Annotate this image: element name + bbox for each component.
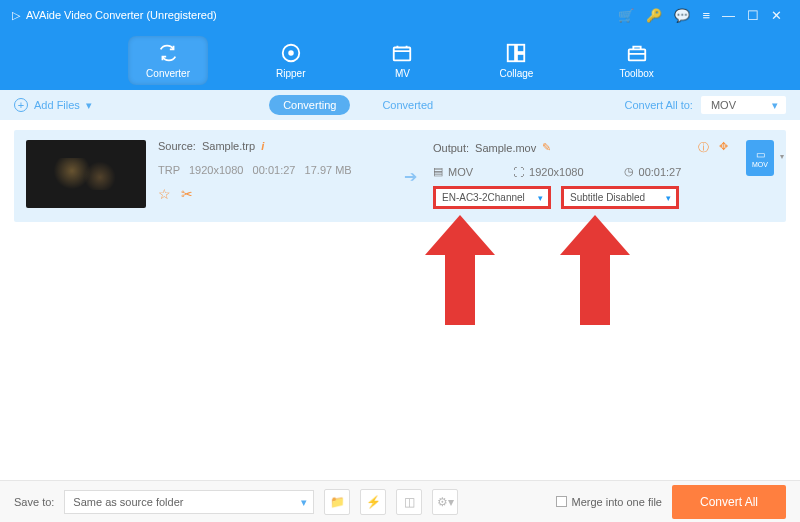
source-column: Source: Sample.trp i TRP 1920x1080 00:01… [158, 140, 388, 212]
screen-icon: ▭ [756, 149, 765, 160]
output-label: Output: [433, 142, 469, 154]
output-filename: Sample.mov [475, 142, 536, 154]
expand-icon: ⛶ [513, 166, 524, 178]
app-title: AVAide Video Converter (Unregistered) [26, 9, 217, 21]
move-icon[interactable]: ✥ [719, 140, 728, 155]
output-duration: 00:01:27 [639, 166, 682, 178]
svg-rect-4 [517, 44, 524, 51]
annotation-arrow-audio [425, 215, 495, 325]
tool-mv[interactable]: MV [373, 36, 431, 85]
source-size: 17.97 MB [305, 164, 352, 176]
tool-label: Toolbox [619, 68, 653, 79]
save-to-dropdown[interactable]: Same as source folder [64, 490, 314, 514]
footer-bar: Save to: Same as source folder 📁 ⚡ ◫ ⚙▾ … [0, 480, 800, 522]
maximize-icon[interactable]: ☐ [747, 8, 759, 23]
feedback-icon[interactable]: 💬 [674, 8, 690, 23]
film-icon: ▤ [433, 165, 443, 178]
cart-icon[interactable]: 🛒 [618, 8, 634, 23]
cut-icon[interactable]: ✂ [181, 186, 193, 202]
content-area: Source: Sample.trp i TRP 1920x1080 00:01… [0, 120, 800, 232]
video-thumbnail[interactable] [26, 140, 146, 208]
output-column: Output: Sample.mov ✎ ⓘ ✥ ▤MOV ⛶1920x1080… [433, 140, 728, 212]
source-resolution: 1920x1080 [189, 164, 243, 176]
converter-icon [157, 42, 179, 64]
save-to-label: Save to: [14, 496, 54, 508]
svg-rect-3 [508, 44, 515, 61]
app-logo-icon: ▷ [12, 9, 20, 22]
warning-icon[interactable]: ⓘ [698, 140, 709, 155]
tool-label: Converter [146, 68, 190, 79]
source-label: Source: [158, 140, 196, 152]
gpu-button[interactable]: ◫ [396, 489, 422, 515]
settings-button[interactable]: ⚙▾ [432, 489, 458, 515]
ripper-icon [280, 42, 302, 64]
merge-checkbox[interactable]: Merge into one file [556, 496, 662, 508]
svg-point-1 [289, 51, 293, 55]
convert-all-button[interactable]: Convert All [672, 485, 786, 519]
plus-icon: + [14, 98, 28, 112]
main-toolbar: Converter Ripper MV Collage Toolbox [0, 30, 800, 90]
source-format: TRP [158, 164, 180, 176]
info-icon[interactable]: i [261, 140, 264, 152]
close-icon[interactable]: ✕ [771, 8, 782, 23]
output-format-badge[interactable]: ▭ MOV [746, 140, 774, 176]
tool-collage[interactable]: Collage [481, 36, 551, 85]
badge-format: MOV [752, 161, 768, 168]
high-speed-button[interactable]: ⚡ [360, 489, 386, 515]
star-icon[interactable]: ☆ [158, 186, 171, 202]
arrow-right-icon: ➔ [404, 167, 417, 186]
tool-ripper[interactable]: Ripper [258, 36, 323, 85]
tool-converter[interactable]: Converter [128, 36, 208, 85]
toolbox-icon [626, 42, 648, 64]
convert-all-format-dropdown[interactable]: MOV [701, 96, 786, 114]
sub-toolbar: + Add Files ▾ Converting Converted Conve… [0, 90, 800, 120]
title-bar: ▷ AVAide Video Converter (Unregistered) … [0, 0, 800, 30]
svg-rect-2 [394, 47, 411, 60]
merge-label: Merge into one file [571, 496, 662, 508]
annotation-arrow-subtitle [560, 215, 630, 325]
tab-converted[interactable]: Converted [368, 95, 447, 115]
convert-all-label: Convert All to: [624, 99, 692, 111]
collage-icon [505, 42, 527, 64]
audio-track-dropdown[interactable]: EN-AC3-2Channel [433, 186, 551, 209]
add-files-button[interactable]: + Add Files ▾ [14, 98, 92, 112]
add-files-label: Add Files [34, 99, 80, 111]
tool-label: Collage [499, 68, 533, 79]
tool-label: MV [395, 68, 410, 79]
tool-toolbox[interactable]: Toolbox [601, 36, 671, 85]
svg-rect-6 [628, 49, 645, 60]
minimize-icon[interactable]: — [722, 8, 735, 23]
clock-icon: ◷ [624, 165, 634, 178]
open-folder-button[interactable]: 📁 [324, 489, 350, 515]
checkbox-icon [556, 496, 567, 507]
key-icon[interactable]: 🔑 [646, 8, 662, 23]
file-item: Source: Sample.trp i TRP 1920x1080 00:01… [14, 130, 786, 222]
source-duration: 00:01:27 [253, 164, 296, 176]
output-resolution: 1920x1080 [529, 166, 583, 178]
svg-rect-5 [517, 53, 524, 60]
mv-icon [391, 42, 413, 64]
tool-label: Ripper [276, 68, 305, 79]
output-format: MOV [448, 166, 473, 178]
subtitle-dropdown[interactable]: Subtitle Disabled [561, 186, 679, 209]
tab-converting[interactable]: Converting [269, 95, 350, 115]
source-filename: Sample.trp [202, 140, 255, 152]
edit-icon[interactable]: ✎ [542, 141, 551, 154]
menu-icon[interactable]: ≡ [702, 8, 710, 23]
